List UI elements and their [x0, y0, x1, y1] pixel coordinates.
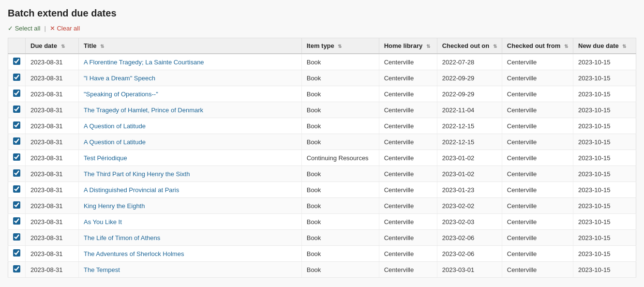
table-row: 2023-08-31The Tragedy of Hamlet, Prince … [8, 102, 636, 118]
row-title: As You Like It [79, 214, 302, 230]
table-row: 2023-08-31"Speaking of Operations--"Book… [8, 86, 636, 102]
row-checkbox[interactable] [13, 74, 20, 81]
table-row: 2023-08-31The Third Part of King Henry t… [8, 166, 636, 182]
row-checkbox[interactable] [13, 233, 20, 241]
page-title: Batch extend due dates [8, 8, 636, 19]
row-home-library: Centerville [379, 134, 437, 150]
row-checkbox[interactable] [13, 153, 20, 161]
col-header-checked-out-from[interactable]: Checked out from ⇅ [502, 38, 573, 54]
row-checkbox-cell [8, 150, 26, 166]
row-checked-out-on: 2023-01-02 [437, 166, 502, 182]
row-checked-out-from: Centerville [502, 198, 573, 214]
row-checked-out-on: 2022-11-04 [437, 102, 502, 118]
row-due-date: 2023-08-31 [26, 118, 79, 134]
row-title: "I Have a Dream" Speech [79, 70, 302, 86]
row-checkbox[interactable] [13, 137, 20, 145]
table-row: 2023-08-31As You Like ItBookCenterville2… [8, 214, 636, 230]
row-checkbox-cell [8, 182, 26, 198]
row-checked-out-on: 2022-07-28 [437, 54, 502, 70]
row-checkbox[interactable] [13, 265, 20, 272]
title-sort-icon: ⇅ [100, 44, 104, 49]
row-item-type: Book [301, 118, 379, 134]
title-link[interactable]: A Florentine Tragedy; La Sainte Courtisa… [84, 59, 204, 66]
row-new-due-date: 2023-10-15 [573, 246, 636, 262]
title-link[interactable]: A Question of Latitude [84, 138, 146, 146]
title-link[interactable]: "Speaking of Operations--" [84, 91, 158, 98]
row-checked-out-on: 2023-02-02 [437, 198, 502, 214]
checked-out-on-sort-icon: ⇅ [493, 44, 497, 49]
row-checked-out-on: 2022-09-29 [437, 70, 502, 86]
title-link[interactable]: Test Périodique [84, 154, 127, 162]
title-link[interactable]: As You Like It [84, 218, 122, 226]
row-checkbox-cell [8, 118, 26, 134]
title-link[interactable]: The Tempest [84, 266, 120, 273]
clear-all-link[interactable]: Clear all [50, 25, 80, 32]
col-header-due-date[interactable]: Due date ⇅ [26, 38, 79, 54]
title-link[interactable]: "I Have a Dream" Speech [84, 75, 155, 82]
row-new-due-date: 2023-10-15 [573, 214, 636, 230]
title-link[interactable]: A Distinguished Provincial at Paris [84, 186, 179, 194]
row-checkbox-cell [8, 198, 26, 214]
row-checkbox[interactable] [13, 58, 20, 65]
row-title: A Question of Latitude [79, 134, 302, 150]
col-header-checked-out-on[interactable]: Checked out on ⇅ [437, 38, 502, 54]
row-checkbox[interactable] [13, 217, 20, 225]
row-checkbox[interactable] [13, 169, 20, 177]
row-checkbox[interactable] [13, 90, 20, 97]
row-checked-out-on: 2022-12-15 [437, 118, 502, 134]
table-row: 2023-08-31A Florentine Tragedy; La Saint… [8, 54, 636, 70]
row-checked-out-from: Centerville [502, 102, 573, 118]
row-item-type: Book [301, 70, 379, 86]
row-checkbox[interactable] [13, 106, 20, 113]
row-checkbox-cell [8, 262, 26, 278]
col-header-new-due-date[interactable]: New due date ⇅ [573, 38, 636, 54]
row-home-library: Centerville [379, 86, 437, 102]
row-checkbox-cell [8, 214, 26, 230]
row-item-type: Book [301, 246, 379, 262]
title-link[interactable]: The Tragedy of Hamlet, Prince of Denmark [84, 106, 203, 114]
row-checkbox-cell [8, 70, 26, 86]
row-checked-out-on: 2022-12-15 [437, 134, 502, 150]
table-row: 2023-08-31A Question of LatitudeBookCent… [8, 134, 636, 150]
table-row: 2023-08-31A Question of LatitudeBookCent… [8, 118, 636, 134]
row-due-date: 2023-08-31 [26, 182, 79, 198]
row-new-due-date: 2023-10-15 [573, 230, 636, 246]
row-home-library: Centerville [379, 182, 437, 198]
col-header-title[interactable]: Title ⇅ [79, 38, 302, 54]
row-due-date: 2023-08-31 [26, 102, 79, 118]
due-date-sort-icon: ⇅ [61, 44, 65, 49]
table-row: 2023-08-31The Life of Timon of AthensBoo… [8, 230, 636, 246]
row-due-date: 2023-08-31 [26, 214, 79, 230]
row-checked-out-from: Centerville [502, 214, 573, 230]
title-link[interactable]: A Question of Latitude [84, 122, 146, 130]
new-due-date-sort-icon: ⇅ [622, 44, 626, 49]
title-link[interactable]: The Adventures of Sherlock Holmes [84, 250, 184, 257]
row-title: The Life of Timon of Athens [79, 230, 302, 246]
row-checkbox-cell [8, 166, 26, 182]
row-new-due-date: 2023-10-15 [573, 262, 636, 278]
select-all-link[interactable]: Select all [8, 25, 40, 32]
row-due-date: 2023-08-31 [26, 166, 79, 182]
row-checked-out-from: Centerville [502, 230, 573, 246]
col-header-home-library[interactable]: Home library ⇅ [379, 38, 437, 54]
row-item-type: Book [301, 134, 379, 150]
row-title: A Distinguished Provincial at Paris [79, 182, 302, 198]
row-due-date: 2023-08-31 [26, 230, 79, 246]
row-checkbox[interactable] [13, 201, 20, 209]
title-link[interactable]: The Life of Timon of Athens [84, 234, 160, 242]
col-header-item-type[interactable]: Item type ⇅ [301, 38, 379, 54]
row-item-type: Book [301, 214, 379, 230]
row-home-library: Centerville [379, 166, 437, 182]
row-item-type: Book [301, 198, 379, 214]
row-home-library: Centerville [379, 262, 437, 278]
table-row: 2023-08-31The TempestBookCenterville2023… [8, 262, 636, 278]
row-checked-out-from: Centerville [502, 86, 573, 102]
row-checkbox[interactable] [13, 185, 20, 193]
title-link[interactable]: The Third Part of King Henry the Sixth [84, 170, 190, 178]
row-due-date: 2023-08-31 [26, 262, 79, 278]
row-item-type: Book [301, 182, 379, 198]
row-checkbox[interactable] [13, 121, 20, 129]
row-checkbox[interactable] [13, 249, 20, 257]
title-link[interactable]: King Henry the Eighth [84, 202, 145, 210]
table-body: 2023-08-31A Florentine Tragedy; La Saint… [8, 54, 636, 278]
